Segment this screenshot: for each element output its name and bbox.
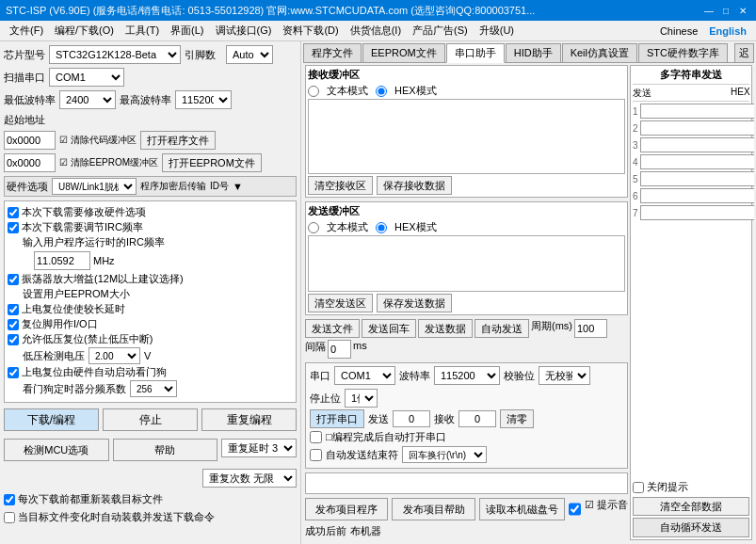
hw-more-icon[interactable]: ▼ <box>233 181 243 192</box>
publish-help-button[interactable]: 发布项目帮助 <box>392 498 475 520</box>
multi-input-6[interactable] <box>640 188 754 203</box>
hw-encrypt-label: 程序加密后传输 <box>140 180 206 193</box>
freq-input[interactable] <box>34 251 90 270</box>
send-enter-button[interactable]: 发送回车 <box>362 319 416 338</box>
open-serial-button[interactable]: 打开串口 <box>310 409 364 428</box>
multi-input-2[interactable] <box>640 120 754 136</box>
tab-more[interactable]: 迟 <box>734 43 754 62</box>
tab-eeprom-file[interactable]: EEPROM文件 <box>362 43 445 62</box>
clear-send-button[interactable]: 清空发送区 <box>308 294 373 312</box>
watchdog-select[interactable]: 256 <box>130 380 177 397</box>
publish-prog-button[interactable]: 发布项目程序 <box>305 498 388 520</box>
scan-select[interactable]: COM1 <box>49 68 124 87</box>
period-input[interactable] <box>574 319 607 338</box>
reprogram-button[interactable]: 重复编程 <box>201 408 297 431</box>
hw-item-label-3: 振荡器放大增益(12M以上建议选择) <box>22 272 184 286</box>
min-baud-select[interactable]: 2400 <box>59 90 116 109</box>
save-recv-button[interactable]: 保存接收数据 <box>377 176 452 195</box>
pin-select[interactable]: Auto <box>226 45 273 64</box>
hw-check-9[interactable] <box>8 367 19 378</box>
send-hex-radio[interactable] <box>376 222 387 233</box>
tab-serial-assist[interactable]: 串口助手 <box>446 43 505 63</box>
lang-chinese[interactable]: Chinese <box>654 24 703 39</box>
gap-input[interactable] <box>328 340 351 359</box>
close-hint-check[interactable] <box>633 482 644 493</box>
close-button[interactable]: ✕ <box>735 3 750 18</box>
max-baud-select[interactable]: 115200 <box>175 90 232 109</box>
recv-text-radio[interactable] <box>308 86 319 97</box>
menu-tools[interactable]: 工具(T) <box>120 22 165 40</box>
multi-send-title: 多字符串发送 <box>633 68 749 85</box>
min-baud-label: 最低波特率 <box>4 93 56 107</box>
hw-link-select[interactable]: U8W/Link1脱机 <box>52 178 137 195</box>
hw-check-1[interactable] <box>8 222 19 233</box>
hw-check-6[interactable] <box>8 319 19 330</box>
bottom-button-row1: 下载/编程 停止 重复编程 <box>4 405 297 433</box>
hw-scroll-area[interactable]: 本次下载需要修改硬件选项 本次下载需要调节IRC频率 输入用户程序运行时的IRC… <box>4 200 297 403</box>
voltage-select[interactable]: 2.00 <box>88 347 140 364</box>
send-textarea[interactable] <box>308 235 625 292</box>
auto-end-check[interactable] <box>310 449 322 461</box>
menu-file[interactable]: 文件(F) <box>4 22 49 40</box>
lang-english[interactable]: English <box>703 24 752 39</box>
tab-prog-file[interactable]: 程序文件 <box>303 43 362 62</box>
auto-loop-button[interactable]: 自动循环发送 <box>633 518 749 537</box>
clear-recv-button[interactable]: 清空接收区 <box>308 176 373 195</box>
serial-port-select[interactable]: COM1 <box>334 366 395 385</box>
send-file-button[interactable]: 发送文件 <box>305 319 360 338</box>
repeat-select[interactable]: 重复次数 无限 <box>202 469 297 488</box>
auto-open-check[interactable] <box>310 431 322 443</box>
recv-hex-radio[interactable] <box>376 86 387 97</box>
save-send-button[interactable]: 保存发送数据 <box>377 294 452 312</box>
detect-button[interactable]: 检测MCU选项 <box>4 439 109 461</box>
chip-select[interactable]: STC32G12K128-Beta <box>49 45 181 64</box>
reminder-check[interactable] <box>569 498 581 520</box>
addr2-input[interactable] <box>4 153 56 172</box>
hw-check-3[interactable] <box>8 274 19 285</box>
hw-item-3: 振荡器放大增益(12M以上建议选择) <box>8 272 293 286</box>
reminder-label: ☑ 提示音 <box>585 498 628 520</box>
menu-program[interactable]: 编程/下载(O) <box>49 22 120 40</box>
multi-input-3[interactable] <box>640 137 754 152</box>
delay-select[interactable]: 重复延时 3 秒 <box>221 439 297 457</box>
auto-send-check[interactable] <box>4 512 15 523</box>
baud-rate-select[interactable]: 115200 <box>434 366 500 385</box>
tab-hid[interactable]: HID助手 <box>506 43 561 62</box>
recv-textarea[interactable] <box>308 99 625 174</box>
menu-upgrade[interactable]: 升级(U) <box>474 22 520 40</box>
auto-reload-check[interactable] <box>4 494 15 505</box>
tab-keil[interactable]: Keil仿真设置 <box>562 43 637 62</box>
window-controls[interactable]: — □ ✕ <box>701 3 750 18</box>
stop-button[interactable]: 停止 <box>103 408 198 431</box>
menu-download[interactable]: 资料下载(D) <box>277 22 344 40</box>
hw-check-7[interactable] <box>8 334 19 345</box>
download-button[interactable]: 下载/编程 <box>4 408 99 431</box>
minimize-button[interactable]: — <box>701 3 716 18</box>
menu-supply[interactable]: 供货信息(I) <box>345 22 407 40</box>
auto-send-button[interactable]: 自动发送 <box>475 319 529 338</box>
check-select[interactable]: 无校验 <box>539 366 590 385</box>
hw-check-5[interactable] <box>8 304 19 315</box>
stop-select[interactable]: 1位 <box>345 389 378 408</box>
clear-count-button[interactable]: 清零 <box>500 409 534 428</box>
end-select[interactable]: 回车换行(\r\n) <box>402 446 487 463</box>
menu-interface[interactable]: 界面(L) <box>165 22 209 40</box>
menu-ads[interactable]: 产品广告(S) <box>407 22 474 40</box>
send-data-button[interactable]: 发送数据 <box>418 319 473 338</box>
multi-input-5[interactable] <box>640 171 754 186</box>
help-button[interactable]: 帮助 <box>113 439 218 461</box>
addr1-input[interactable] <box>4 131 56 150</box>
read-disk-button[interactable]: 读取本机磁盘号 <box>479 498 565 520</box>
send-text-radio[interactable] <box>308 222 319 233</box>
maximize-button[interactable]: □ <box>718 3 733 18</box>
open-prog-button[interactable]: 打开程序文件 <box>140 131 216 150</box>
open-eeprom-button[interactable]: 打开EEPROM文件 <box>162 153 262 172</box>
multi-input-1[interactable] <box>640 104 754 119</box>
clear-eeprom-label: ☑ 清除EEPROM缓冲区 <box>59 156 158 169</box>
menu-debug[interactable]: 调试接口(G) <box>210 22 278 40</box>
multi-input-7[interactable] <box>640 205 754 220</box>
hw-check-0[interactable] <box>8 207 19 218</box>
clear-all-button[interactable]: 清空全部数据 <box>633 497 749 516</box>
multi-input-4[interactable] <box>640 154 754 169</box>
tab-lib[interactable]: STC硬件数字库 <box>638 43 728 62</box>
